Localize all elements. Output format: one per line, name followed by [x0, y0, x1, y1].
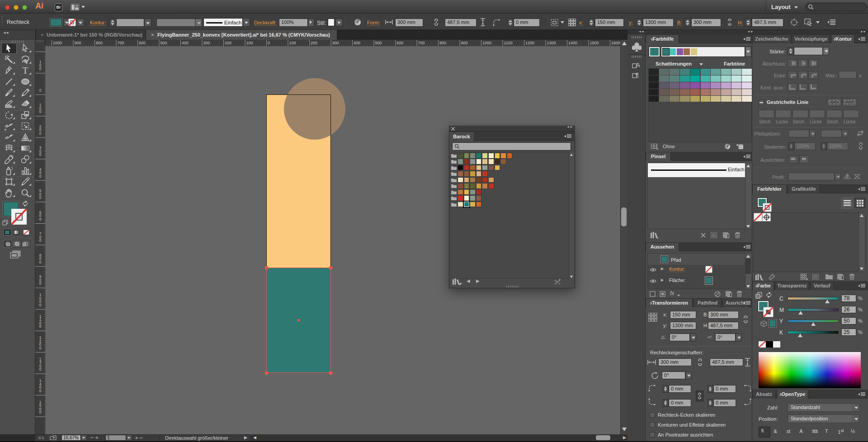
svg-text:0: 0	[39, 324, 42, 329]
svg-text:0: 0	[39, 66, 42, 71]
svg-text:0: 0	[39, 410, 42, 414]
svg-text:A: A	[636, 61, 640, 69]
svg-text:700: 700	[418, 41, 425, 45]
svg-text:100: 100	[246, 41, 253, 45]
svg-text:0: 0	[39, 152, 42, 157]
svg-text:T: T	[23, 66, 28, 75]
svg-text:900: 900	[75, 41, 81, 45]
svg-text:200: 200	[311, 41, 317, 45]
svg-text:1500: 1500	[590, 41, 599, 45]
svg-text:1000: 1000	[53, 41, 62, 45]
svg-text:900: 900	[461, 41, 468, 45]
svg-text:1200: 1200	[525, 41, 534, 45]
svg-text:0: 0	[39, 109, 42, 114]
svg-text:700: 700	[118, 41, 124, 45]
svg-text:0: 0	[39, 281, 42, 286]
svg-text:1100: 1100	[504, 41, 513, 45]
svg-text:800: 800	[96, 41, 103, 45]
svg-text:300: 300	[332, 41, 339, 45]
svg-text:500: 500	[160, 41, 167, 45]
svg-text:0: 0	[39, 88, 42, 93]
svg-text:500: 500	[375, 41, 382, 45]
svg-text:200: 200	[225, 41, 231, 45]
svg-text:300: 300	[203, 41, 210, 45]
svg-text:1300: 1300	[547, 41, 556, 45]
svg-text:0: 0	[39, 217, 42, 221]
svg-text:1400: 1400	[568, 41, 577, 45]
svg-text:1600: 1600	[611, 41, 620, 45]
svg-text:100: 100	[289, 41, 296, 45]
svg-text:0: 0	[268, 41, 270, 45]
svg-text:0: 0	[39, 367, 42, 371]
svg-text:600: 600	[139, 41, 146, 45]
svg-text:0: 0	[39, 195, 42, 200]
svg-text:0: 0	[39, 346, 42, 350]
svg-text:600: 600	[396, 41, 403, 45]
svg-text:0: 0	[39, 131, 42, 136]
svg-text:¶: ¶	[636, 71, 639, 79]
svg-text:400: 400	[182, 41, 189, 45]
svg-text:0: 0	[39, 303, 42, 307]
svg-text:400: 400	[354, 41, 360, 45]
svg-text:1000: 1000	[482, 41, 491, 45]
svg-text:0: 0	[39, 389, 42, 393]
svg-text:0: 0	[39, 260, 42, 264]
svg-text:0: 0	[39, 174, 42, 179]
svg-text:0: 0	[39, 238, 42, 243]
svg-text:800: 800	[439, 41, 446, 45]
